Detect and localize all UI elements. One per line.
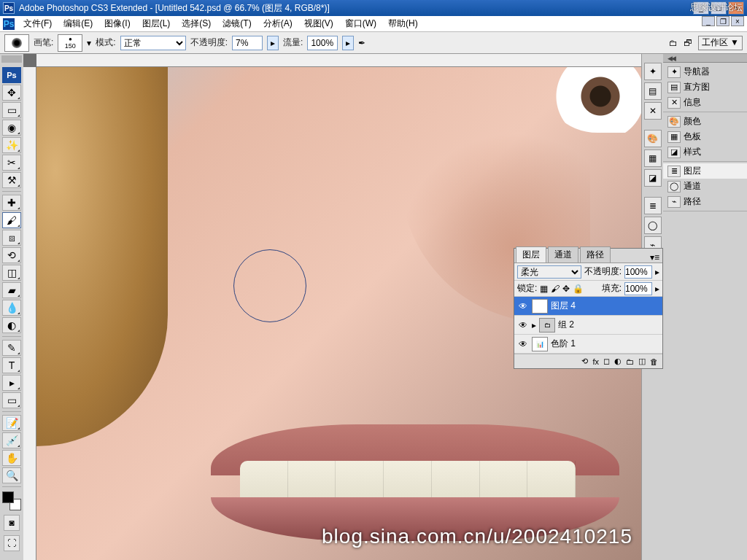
adjustment-layer-icon[interactable]: ◐ <box>614 357 622 366</box>
delete-layer-icon[interactable]: 🗑 <box>650 357 658 366</box>
window-title: Adobe Photoshop CS3 Extended - [Untitled… <box>19 2 330 15</box>
color-swatches[interactable] <box>2 491 21 510</box>
opacity-arrow[interactable]: ▸ <box>655 267 659 277</box>
doc-close-button[interactable]: × <box>731 16 744 26</box>
file-browser-icon[interactable]: 🗀 <box>669 38 678 48</box>
panel-histogram[interactable]: ▤直方图 <box>663 79 747 95</box>
layer-opacity-input[interactable] <box>624 265 652 279</box>
layer-mask-icon[interactable]: ◻ <box>603 357 610 366</box>
marquee-tool[interactable]: ▭ <box>2 102 21 118</box>
panel-swatches[interactable]: ▦色板 <box>663 129 747 144</box>
ruler-vertical[interactable] <box>23 67 36 560</box>
ruler-horizontal[interactable] <box>36 54 641 67</box>
opacity-input[interactable] <box>232 36 263 50</box>
quick-mask-toggle[interactable]: ◙ <box>4 515 20 531</box>
tool-preset-picker[interactable] <box>4 34 29 52</box>
panel-styles[interactable]: ◪样式 <box>663 144 747 160</box>
path-select-tool[interactable]: ▸ <box>2 375 21 391</box>
magic-wand-tool[interactable]: ✨ <box>2 137 21 153</box>
tab-channels[interactable]: 通道 <box>548 246 578 262</box>
menu-help[interactable]: 帮助(H) <box>382 18 424 30</box>
pen-tool[interactable]: ✎ <box>2 340 21 356</box>
zoom-tool[interactable]: 🔍 <box>2 467 21 483</box>
navigator-icon[interactable]: ✦ <box>644 63 662 80</box>
panel-menu-icon[interactable]: ▾≡ <box>647 252 662 262</box>
menu-window[interactable]: 窗口(W) <box>339 18 382 30</box>
eyedropper-tool[interactable]: 💉 <box>2 432 21 448</box>
new-layer-icon[interactable]: ◫ <box>638 357 646 366</box>
lock-all-icon[interactable]: 🔒 <box>573 284 584 294</box>
airbrush-icon[interactable]: ✒ <box>358 38 365 48</box>
layer-row[interactable]: 👁 ▸ 🗀 组 2 <box>514 316 662 335</box>
history-brush-tool[interactable]: ⟲ <box>2 247 21 263</box>
healing-brush-tool[interactable]: ✚ <box>2 195 21 211</box>
tab-paths[interactable]: 路径 <box>580 246 611 262</box>
notes-tool[interactable]: 📝 <box>2 415 21 431</box>
layer-row[interactable]: 👁 📊 色阶 1 <box>514 335 662 354</box>
shape-tool[interactable]: ▭ <box>2 392 21 408</box>
slice-tool[interactable]: ⚒ <box>2 172 21 188</box>
doc-minimize-button[interactable]: _ <box>702 16 715 26</box>
bridge-icon[interactable]: 🗗 <box>684 38 692 48</box>
histogram-icon[interactable]: ▤ <box>644 82 662 100</box>
panel-color[interactable]: 🎨颜色 <box>663 114 747 129</box>
expand-arrow[interactable]: ▸ <box>532 320 536 330</box>
visibility-icon[interactable]: 👁 <box>517 339 529 349</box>
workspace-select[interactable]: 工作区 ▼ <box>698 36 743 50</box>
opacity-arrow[interactable]: ▸ <box>267 36 279 50</box>
lock-paint-icon[interactable]: 🖌 <box>551 284 560 294</box>
visibility-icon[interactable]: 👁 <box>517 301 529 311</box>
panel-channels[interactable]: ◯通道 <box>663 179 747 194</box>
color-icon[interactable]: 🎨 <box>644 130 662 147</box>
menu-file[interactable]: 文件(F) <box>18 18 58 30</box>
blur-tool[interactable]: 💧 <box>2 300 21 316</box>
styles-icon[interactable]: ◪ <box>644 169 662 187</box>
info-icon[interactable]: ✕ <box>644 102 662 120</box>
lock-position-icon[interactable]: ✥ <box>562 284 570 294</box>
tab-layers[interactable]: 图层 <box>516 246 546 262</box>
lasso-tool[interactable]: ◉ <box>2 120 21 136</box>
layer-row[interactable]: 👁 图层 4 <box>514 297 662 316</box>
blend-mode-select[interactable]: 正常 <box>120 36 186 50</box>
doc-restore-button[interactable]: ❐ <box>716 16 729 26</box>
gradient-tool[interactable]: ▰ <box>2 282 21 298</box>
panel-navigator[interactable]: ✦导航器 <box>663 64 747 79</box>
eraser-tool[interactable]: ◫ <box>2 265 21 281</box>
move-tool[interactable]: ✥ <box>2 85 21 101</box>
layer-style-icon[interactable]: fx <box>592 357 599 366</box>
menu-view[interactable]: 视图(V) <box>298 18 339 30</box>
fill-input[interactable] <box>624 282 652 295</box>
panel-layers[interactable]: ≣图层 <box>663 163 747 179</box>
blend-mode-select[interactable]: 柔光 <box>517 265 581 279</box>
stamp-tool[interactable]: ⧇ <box>2 230 21 246</box>
hand-tool[interactable]: ✋ <box>2 450 21 466</box>
layers-icon[interactable]: ≣ <box>644 197 662 214</box>
dodge-tool[interactable]: ◐ <box>2 317 21 333</box>
menu-layer[interactable]: 图层(L) <box>136 18 177 30</box>
flow-input[interactable] <box>307 36 338 50</box>
panel-paths[interactable]: ⌁路径 <box>663 194 747 209</box>
menu-filter[interactable]: 滤镜(T) <box>217 18 257 30</box>
menu-select[interactable]: 选择(S) <box>176 18 217 30</box>
type-tool[interactable]: T <box>2 357 21 373</box>
screen-mode-toggle[interactable]: ⛶ <box>4 535 20 551</box>
brush-picker[interactable]: ●150 <box>58 34 82 52</box>
layer-thumbnail[interactable] <box>532 299 548 314</box>
fill-arrow[interactable]: ▸ <box>655 284 659 294</box>
swatches-icon[interactable]: ▦ <box>644 149 662 167</box>
panel-info[interactable]: ✕信息 <box>663 95 747 110</box>
dock-header[interactable]: ◀◀ <box>663 54 747 63</box>
link-layers-icon[interactable]: ⟲ <box>581 357 588 366</box>
lock-transparent-icon[interactable]: ▦ <box>540 284 548 294</box>
brush-tool[interactable]: 🖌 <box>2 212 21 228</box>
flow-arrow[interactable]: ▸ <box>342 36 354 50</box>
new-group-icon[interactable]: 🗀 <box>626 357 634 366</box>
visibility-icon[interactable]: 👁 <box>517 320 529 330</box>
ps-menu-icon[interactable]: Ps <box>3 18 15 30</box>
menu-image[interactable]: 图像(I) <box>98 18 136 30</box>
menu-analysis[interactable]: 分析(A) <box>258 18 298 30</box>
brush-dropdown-arrow[interactable]: ▾ <box>87 38 91 48</box>
crop-tool[interactable]: ✂ <box>2 155 21 171</box>
channels-icon[interactable]: ◯ <box>644 217 662 234</box>
menu-edit[interactable]: 编辑(E) <box>58 18 98 30</box>
